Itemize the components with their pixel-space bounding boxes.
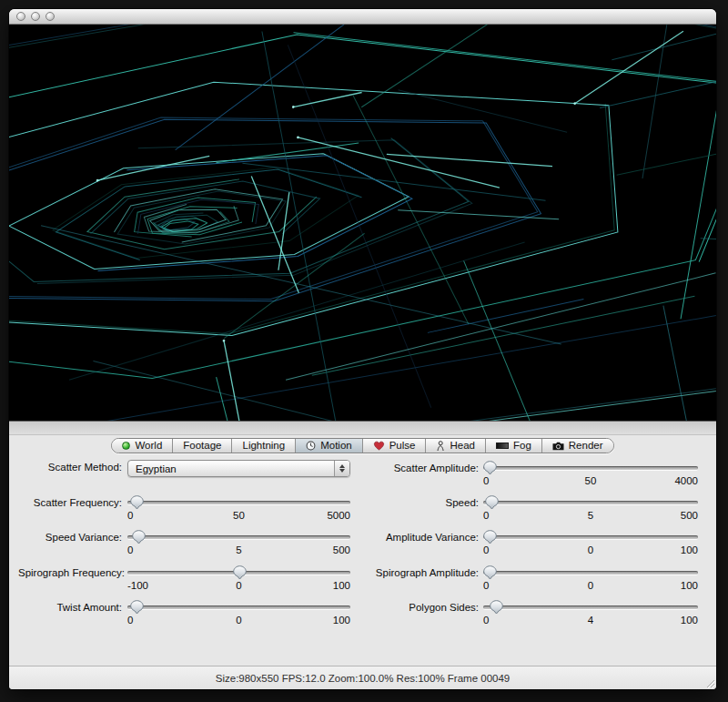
- slider-control: 00100: [483, 565, 698, 596]
- scale-value: 5: [588, 510, 593, 521]
- scale-value: 0: [127, 510, 133, 521]
- scale-value: 5: [236, 544, 241, 555]
- scale-value: 0: [483, 510, 489, 521]
- scale-value: 100: [681, 544, 698, 555]
- scale-value: 0: [236, 615, 241, 626]
- slider-row: Spirograph Amplitude:00100: [282, 565, 698, 596]
- tab-label: Fog: [513, 439, 531, 453]
- clock-icon: [306, 441, 316, 451]
- fog-swatch-icon: [496, 443, 509, 449]
- resize-grip-icon[interactable]: [703, 677, 715, 688]
- slider-label: Polygon Sides:: [282, 600, 479, 631]
- slider-control: 04100: [483, 600, 698, 631]
- scatter-method-value: Egyptian: [136, 463, 177, 474]
- scale-value: -100: [127, 580, 148, 591]
- person-icon: [436, 441, 445, 452]
- slider-thumb[interactable]: [132, 530, 146, 544]
- tab-pulse[interactable]: Pulse: [363, 439, 427, 453]
- slider-label: Speed:: [282, 495, 479, 526]
- slider-scale: 04100: [483, 615, 698, 627]
- scale-value: 50: [233, 510, 245, 521]
- scale-value: 100: [681, 615, 698, 626]
- slider-label: Scatter Frequency:: [18, 495, 122, 526]
- slider-label: Speed Variance:: [18, 530, 122, 561]
- slider-thumb[interactable]: [130, 600, 144, 615]
- slider-label: Amplitude Variance:: [282, 530, 479, 561]
- scale-value: 0: [588, 580, 593, 591]
- slider-thumb[interactable]: [490, 600, 503, 615]
- tab-label: World: [135, 439, 162, 453]
- slider-scale: 05500: [483, 510, 698, 523]
- app-window: WorldFootageLightningMotionPulseHeadFogR…: [9, 9, 716, 689]
- tab-label: Lightning: [242, 439, 285, 453]
- slider-track[interactable]: [483, 466, 698, 470]
- tab-head[interactable]: Head: [426, 439, 486, 453]
- tab-label: Render: [569, 439, 603, 453]
- slider-label: Spirograph Amplitude:: [282, 565, 479, 596]
- scale-value: 0: [483, 544, 489, 555]
- status-text: Size:980x550 FPS:12.0 Zoom:100.0% Res:10…: [216, 673, 510, 684]
- tab-label: Head: [450, 439, 475, 453]
- tab-world[interactable]: World: [112, 439, 173, 453]
- slider-row: Amplitude Variance:00100: [282, 530, 698, 561]
- slider-thumb[interactable]: [483, 530, 497, 544]
- status-bar: Size:980x550 FPS:12.0 Zoom:100.0% Res:10…: [9, 666, 716, 689]
- scale-value: 0: [483, 615, 489, 626]
- minimize-button[interactable]: [31, 12, 40, 21]
- slider-scale: 00100: [483, 544, 698, 557]
- scale-value: 50: [585, 475, 597, 486]
- heart-icon: [373, 441, 385, 451]
- slider-control: 0504000: [483, 461, 698, 492]
- slider-thumb[interactable]: [485, 495, 499, 510]
- tab-bar-wrap: WorldFootageLightningMotionPulseHeadFogR…: [9, 438, 716, 453]
- zoom-button[interactable]: [46, 12, 55, 21]
- slider-scale: 00100: [483, 580, 698, 593]
- control-panel: WorldFootageLightningMotionPulseHeadFogR…: [9, 435, 716, 666]
- slider-track[interactable]: [483, 605, 698, 609]
- tab-lightning[interactable]: Lightning: [232, 439, 296, 453]
- tab-bar: WorldFootageLightningMotionPulseHeadFogR…: [111, 438, 613, 453]
- render-viewport: [9, 25, 716, 421]
- tab-label: Motion: [320, 439, 352, 453]
- scale-value: 0: [236, 580, 241, 591]
- scale-value: 500: [681, 510, 698, 521]
- tab-label: Footage: [183, 439, 221, 453]
- scale-value: 100: [681, 580, 698, 591]
- tab-render[interactable]: Render: [542, 439, 613, 453]
- slider-track[interactable]: [483, 571, 698, 575]
- slider-row: Scatter Amplitude:0504000: [282, 461, 698, 492]
- tab-motion[interactable]: Motion: [296, 439, 363, 453]
- slider-row: Speed:05500: [282, 495, 698, 526]
- scale-value: 0: [483, 475, 489, 486]
- slider-row: Polygon Sides:04100: [282, 600, 698, 631]
- scale-value: 0: [127, 615, 133, 626]
- slider-thumb[interactable]: [483, 461, 497, 475]
- slider-label: Spirograph Frequency:: [18, 565, 122, 596]
- tab-footage[interactable]: Footage: [173, 439, 232, 453]
- panel-divider: [9, 421, 716, 435]
- slider-label: Twist Amount:: [18, 600, 122, 631]
- slider-scale: 0504000: [483, 475, 698, 488]
- green-led-icon: [122, 442, 130, 450]
- slider-track[interactable]: [483, 535, 698, 539]
- scale-value: 0: [588, 544, 593, 555]
- slider-thumb[interactable]: [233, 565, 247, 580]
- slider-control: 00100: [483, 530, 698, 561]
- tab-label: Pulse: [389, 439, 416, 453]
- scale-value: 0: [483, 580, 489, 591]
- scale-value: 0: [127, 544, 133, 555]
- slider-thumb[interactable]: [483, 565, 497, 580]
- camera-icon: [552, 442, 564, 451]
- slider-control: 05500: [483, 495, 698, 526]
- slider-track[interactable]: [483, 501, 698, 504]
- scatter-method-label: Scatter Method:: [18, 460, 122, 491]
- title-bar[interactable]: [9, 9, 716, 25]
- slider-label: Scatter Amplitude:: [282, 461, 479, 492]
- wireframe-spiral-art: [9, 25, 716, 421]
- tab-fog[interactable]: Fog: [486, 439, 542, 453]
- scale-value: 4000: [674, 475, 698, 486]
- close-button[interactable]: [16, 12, 25, 21]
- scale-value: 4: [588, 615, 593, 626]
- slider-thumb[interactable]: [130, 495, 144, 510]
